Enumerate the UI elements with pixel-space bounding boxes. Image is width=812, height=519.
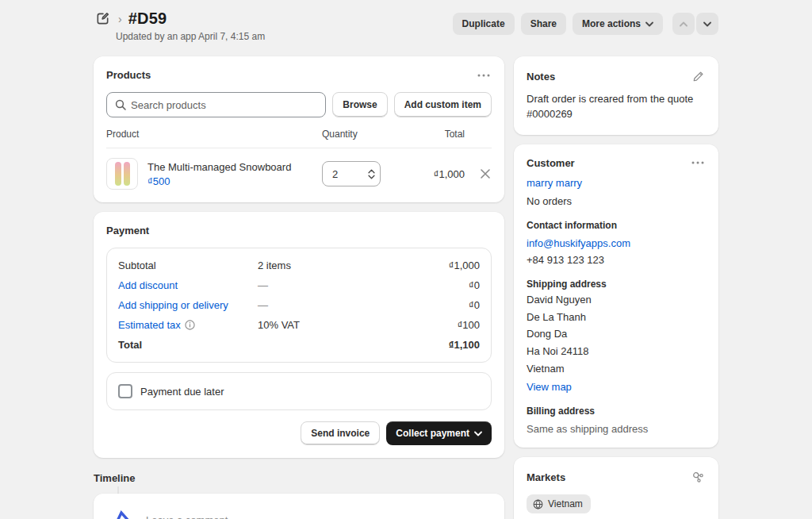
breadcrumb: › #D59 xyxy=(94,10,265,28)
discount-row: Add discount — ₫0 xyxy=(118,279,480,291)
markets-title: Markets xyxy=(527,471,565,483)
total-label: Total xyxy=(118,339,258,351)
payment-due-later-label: Payment due later xyxy=(140,386,224,398)
tax-amount: ₫100 xyxy=(458,319,480,331)
shipping-row: Add shipping or delivery — ₫0 xyxy=(118,299,480,311)
stepper-up-icon[interactable] xyxy=(368,169,375,174)
page-title: #D59 xyxy=(128,10,167,28)
chevron-down-icon xyxy=(703,21,711,27)
subtotal-row: Subtotal 2 items ₫1,000 xyxy=(118,260,480,271)
subtotal-label: Subtotal xyxy=(118,260,258,271)
quantity-stepper xyxy=(322,161,381,186)
tax-detail: 10% VAT xyxy=(258,319,458,331)
column-total: Total xyxy=(404,129,465,140)
globe-icon xyxy=(533,499,543,509)
markets-manage-button[interactable] xyxy=(691,470,706,485)
quantity-input[interactable] xyxy=(323,168,353,180)
product-search-box xyxy=(106,92,326,117)
previous-order-button[interactable] xyxy=(672,13,695,35)
add-discount-link[interactable]: Add discount xyxy=(118,279,258,291)
draft-order-icon[interactable] xyxy=(94,10,112,28)
stepper-down-icon[interactable] xyxy=(368,175,375,179)
shipping-address-title: Shipping address xyxy=(527,279,706,290)
next-order-button[interactable] xyxy=(696,13,718,35)
updated-status: Updated by an app April 7, 4:15 am xyxy=(116,31,265,42)
draft-order-page: › #D59 Updated by an app April 7, 4:15 a… xyxy=(94,10,718,519)
pencil-icon xyxy=(692,71,704,83)
remove-line-item-button[interactable] xyxy=(479,167,492,180)
add-shipping-link[interactable]: Add shipping or delivery xyxy=(118,299,258,311)
market-badge: Vietnam xyxy=(527,494,591,513)
more-actions-label: More actions xyxy=(582,18,641,29)
products-menu-button[interactable] xyxy=(476,72,492,79)
line-item-total: ₫1,000 xyxy=(404,168,465,180)
customer-phone: +84 913 123 123 xyxy=(527,254,706,266)
comment-card: @ # Post xyxy=(94,494,504,519)
shipping-detail: — xyxy=(258,299,469,311)
discount-amount: ₫0 xyxy=(469,279,480,291)
payment-due-later-option: Payment due later xyxy=(106,372,492,410)
timeline-section: Timeline xyxy=(94,467,504,519)
view-map-link[interactable]: View map xyxy=(527,381,572,393)
page-header: › #D59 Updated by an app April 7, 4:15 a… xyxy=(94,10,718,56)
collect-payment-label: Collect payment xyxy=(396,428,469,439)
products-card: Products Browse Add custom item Product … xyxy=(94,56,504,202)
payment-card: Payment Subtotal 2 items ₫1,000 Add disc… xyxy=(94,212,504,458)
horizontal-dots-icon xyxy=(691,161,704,164)
notes-text: Draft order is creared from the quote #0… xyxy=(527,92,705,122)
product-row: The Multi-managed Snowboard ₫500 ₫1,000 xyxy=(106,148,492,190)
horizontal-dots-icon xyxy=(477,74,490,77)
column-quantity: Quantity xyxy=(322,129,404,140)
more-actions-button[interactable]: More actions xyxy=(573,13,663,35)
customer-email-link[interactable]: info@huskifyapps.com xyxy=(527,237,630,249)
product-price-link[interactable]: ₫500 xyxy=(147,175,170,187)
tax-row: Estimated tax 10% VAT ₫100 xyxy=(118,319,480,331)
product-thumbnail xyxy=(106,158,138,190)
markets-card: Markets Vietnam Currency Vietnamese Dong… xyxy=(514,457,718,519)
total-row: Total ₫1,100 xyxy=(118,339,480,351)
billing-address-text: Same as shipping address xyxy=(527,423,706,435)
customer-orders: No orders xyxy=(527,195,706,207)
products-title: Products xyxy=(106,69,151,81)
customer-menu-button[interactable] xyxy=(690,160,706,166)
search-products-input[interactable] xyxy=(131,99,317,111)
subtotal-detail: 2 items xyxy=(258,260,449,271)
info-icon[interactable] xyxy=(185,320,195,330)
shipping-amount: ₫0 xyxy=(469,299,480,311)
timeline-title: Timeline xyxy=(94,472,504,484)
shipping-address: David Nguyen De La Thanh Dong Da Ha Noi … xyxy=(527,294,706,376)
duplicate-button[interactable]: Duplicate xyxy=(453,13,515,35)
search-icon xyxy=(115,99,126,110)
column-product: Product xyxy=(106,129,322,140)
comment-input[interactable] xyxy=(146,514,492,519)
payment-due-later-checkbox[interactable] xyxy=(118,384,132,398)
chevron-down-icon xyxy=(645,21,653,27)
product-table-header: Product Quantity Total xyxy=(106,129,492,148)
subtotal-amount: ₫1,000 xyxy=(449,260,480,271)
payment-summary: Subtotal 2 items ₫1,000 Add discount — ₫… xyxy=(106,248,492,363)
customer-card: Customer marry marry No orders Contact i… xyxy=(514,144,718,448)
edit-notes-button[interactable] xyxy=(691,69,706,84)
chevron-right-icon: › xyxy=(118,13,122,25)
contact-information-title: Contact information xyxy=(527,220,706,231)
customer-name-link[interactable]: marry marry xyxy=(527,177,582,189)
close-icon xyxy=(481,169,490,179)
payment-title: Payment xyxy=(106,225,492,236)
notes-title: Notes xyxy=(527,71,555,83)
add-custom-item-button[interactable]: Add custom item xyxy=(394,92,492,117)
customer-title: Customer xyxy=(527,157,575,169)
product-name: The Multi-managed Snowboard xyxy=(147,161,316,173)
billing-address-title: Billing address xyxy=(527,406,706,417)
avatar xyxy=(106,505,135,519)
estimated-tax-link[interactable]: Estimated tax xyxy=(118,319,181,331)
total-amount: ₫1,100 xyxy=(449,339,480,351)
market-badge-label: Vietnam xyxy=(548,498,583,509)
chevron-down-icon xyxy=(474,431,482,436)
discount-detail: — xyxy=(258,279,469,291)
send-invoice-button[interactable]: Send invoice xyxy=(301,421,380,445)
notes-card: Notes Draft order is creared from the qu… xyxy=(514,56,718,135)
browse-button[interactable]: Browse xyxy=(332,92,387,117)
network-icon xyxy=(692,471,704,483)
share-button[interactable]: Share xyxy=(521,13,566,35)
collect-payment-button[interactable]: Collect payment xyxy=(386,421,492,445)
